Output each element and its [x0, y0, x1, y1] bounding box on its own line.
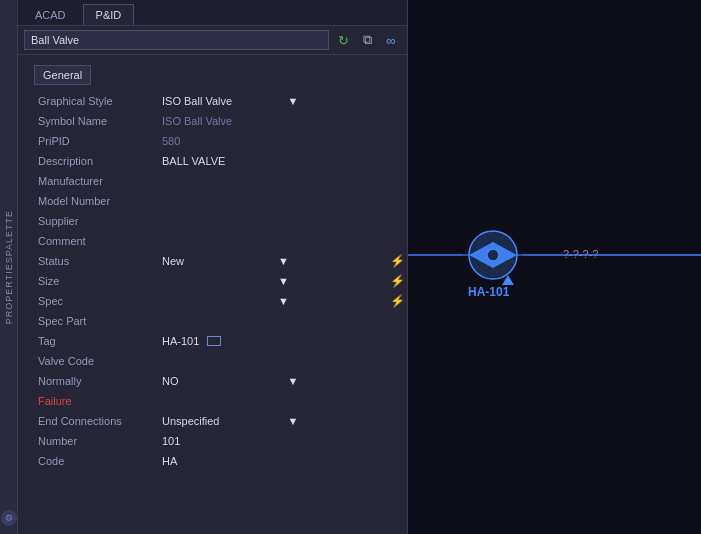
- prop-label-size: Size: [18, 273, 158, 289]
- prop-value-spec-part[interactable]: [158, 319, 407, 323]
- prop-value-model-number[interactable]: [158, 199, 407, 203]
- prop-row-manufacturer: Manufacturer: [18, 171, 407, 191]
- prop-label-supplier: Supplier: [18, 213, 158, 229]
- prop-value-spec[interactable]: ▼: [158, 293, 388, 309]
- prop-label-normally: Normally: [18, 373, 158, 389]
- prop-row-model-number: Model Number: [18, 191, 407, 211]
- palette-icon[interactable]: ⚙: [1, 510, 17, 526]
- size-lightning[interactable]: ⚡: [388, 274, 407, 288]
- prop-label-number: Number: [18, 433, 158, 449]
- prop-row-comment: Comment: [18, 231, 407, 251]
- component-select[interactable]: Ball Valve: [24, 30, 329, 50]
- prop-label-comment: Comment: [18, 233, 158, 249]
- properties-content: General Graphical Style ISO Ball Valve ▼…: [18, 55, 407, 534]
- prop-label-description: Description: [18, 153, 158, 169]
- prop-row-description: Description BALL VALVE: [18, 151, 407, 171]
- prop-label-spec: Spec: [18, 293, 158, 309]
- prop-value-manufacturer[interactable]: [158, 179, 407, 183]
- prop-row-valve-code: Valve Code: [18, 351, 407, 371]
- prop-value-size[interactable]: ▼: [158, 273, 388, 289]
- prop-row-failure: Failure: [18, 391, 407, 411]
- canvas-area: HA-101 ?-?-?-?: [408, 0, 701, 534]
- prop-value-pripid: 580: [158, 133, 407, 149]
- status-lightning[interactable]: ⚡: [388, 254, 407, 268]
- prop-label-pripid: PriPID: [18, 133, 158, 149]
- prop-row-graphical-style: Graphical Style ISO Ball Valve ▼: [18, 91, 407, 111]
- prop-row-supplier: Supplier: [18, 211, 407, 231]
- prop-label-status: Status: [18, 253, 158, 269]
- layers-button[interactable]: ⧉: [357, 30, 377, 50]
- prop-value-valve-code[interactable]: [158, 359, 407, 363]
- status-arrow[interactable]: ▼: [274, 253, 388, 269]
- section-general: General: [34, 65, 91, 85]
- valve-ball: [487, 249, 499, 261]
- spec-arrow[interactable]: ▼: [274, 293, 388, 309]
- prop-label-manufacturer: Manufacturer: [18, 173, 158, 189]
- tag-icon[interactable]: [207, 336, 221, 346]
- prop-value-tag[interactable]: HA-101: [158, 333, 407, 349]
- prop-value-normally[interactable]: NO ▼: [158, 373, 407, 389]
- valve-tag-label: HA-101: [468, 285, 509, 299]
- end-connections-arrow[interactable]: ▼: [284, 413, 408, 429]
- q-marks-label: ?-?-?-?: [563, 248, 598, 260]
- prop-label-graphical-style: Graphical Style: [18, 93, 158, 109]
- prop-row-end-connections: End Connections Unspecified ▼: [18, 411, 407, 431]
- link-button[interactable]: ∞: [381, 30, 401, 50]
- prop-value-code[interactable]: HA: [158, 453, 407, 469]
- prop-row-status: Status New ▼ ⚡: [18, 251, 407, 271]
- properties-palette-label: PROPERTIESPALETTE ⚙: [0, 0, 18, 534]
- prop-value-end-connections[interactable]: Unspecified ▼: [158, 413, 407, 429]
- prop-row-tag: Tag HA-101: [18, 331, 407, 351]
- prop-value-supplier[interactable]: [158, 219, 407, 223]
- pipeline-svg: [408, 0, 701, 534]
- palette-title: PROPERTIESPALETTE: [4, 210, 14, 324]
- prop-label-spec-part: Spec Part: [18, 313, 158, 329]
- properties-panel: ACAD P&ID Ball Valve ↻ ⧉ ∞ General Graph…: [18, 0, 408, 534]
- component-toolbar: Ball Valve ↻ ⧉ ∞: [18, 26, 407, 55]
- prop-row-number: Number 101: [18, 431, 407, 451]
- normally-arrow[interactable]: ▼: [284, 373, 408, 389]
- tab-acad[interactable]: ACAD: [22, 4, 79, 25]
- prop-row-spec: Spec ▼ ⚡: [18, 291, 407, 311]
- prop-row-code: Code HA: [18, 451, 407, 471]
- prop-row-normally: Normally NO ▼: [18, 371, 407, 391]
- prop-value-description[interactable]: BALL VALVE: [158, 153, 407, 169]
- prop-value-comment[interactable]: [158, 239, 407, 243]
- prop-value-number[interactable]: 101: [158, 433, 407, 449]
- prop-label-valve-code: Valve Code: [18, 353, 158, 369]
- tab-pid[interactable]: P&ID: [83, 4, 135, 25]
- prop-value-graphical-style[interactable]: ISO Ball Valve ▼: [158, 93, 407, 109]
- graphical-style-arrow[interactable]: ▼: [284, 93, 408, 109]
- prop-row-size: Size ▼ ⚡: [18, 271, 407, 291]
- prop-label-failure: Failure: [18, 393, 158, 409]
- size-arrow[interactable]: ▼: [274, 273, 388, 289]
- refresh-button[interactable]: ↻: [333, 30, 353, 50]
- prop-label-model-number: Model Number: [18, 193, 158, 209]
- prop-value-failure[interactable]: [158, 399, 407, 403]
- prop-row-symbol-name: Symbol Name ISO Ball Valve: [18, 111, 407, 131]
- tab-bar: ACAD P&ID: [18, 0, 407, 26]
- prop-label-end-connections: End Connections: [18, 413, 158, 429]
- prop-label-symbol-name: Symbol Name: [18, 113, 158, 129]
- prop-row-pripid: PriPID 580: [18, 131, 407, 151]
- prop-label-tag: Tag: [18, 333, 158, 349]
- prop-value-status[interactable]: New ▼: [158, 253, 388, 269]
- prop-label-code: Code: [18, 453, 158, 469]
- prop-row-spec-part: Spec Part: [18, 311, 407, 331]
- spec-lightning[interactable]: ⚡: [388, 294, 407, 308]
- prop-value-symbol-name: ISO Ball Valve: [158, 113, 407, 129]
